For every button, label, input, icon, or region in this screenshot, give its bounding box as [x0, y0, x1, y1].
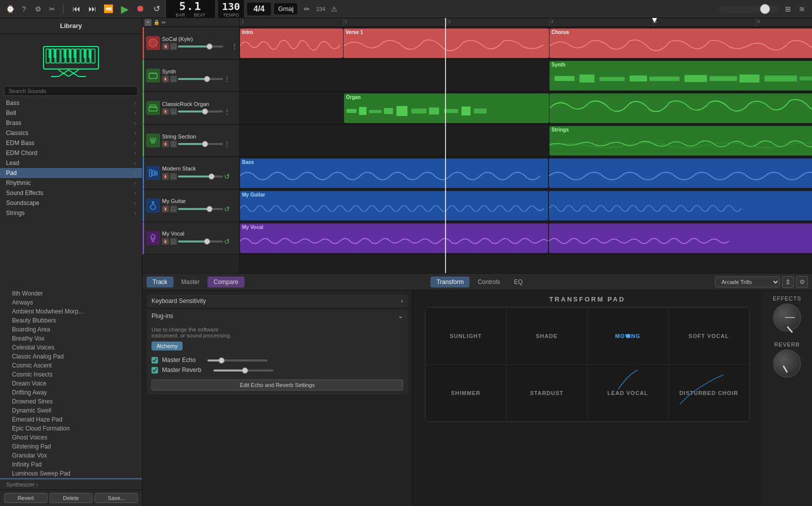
- play-button[interactable]: ▶: [118, 2, 132, 16]
- sound-item[interactable]: Dream Voice: [0, 379, 142, 388]
- cycle-button[interactable]: ↺: [150, 2, 164, 16]
- pad-cell-disturbed-choir[interactable]: DISTURBED CHOIR: [668, 364, 750, 422]
- apple-icon[interactable]: ⌚: [5, 4, 15, 14]
- headphone-button[interactable]: 🎧: [170, 238, 177, 245]
- fast-forward-button[interactable]: ⏭: [86, 2, 100, 16]
- clip-vocal-2[interactable]: My Vocal: [549, 224, 812, 253]
- mute-button[interactable]: 🔇: [162, 140, 169, 148]
- clip-strings[interactable]: Strings: [550, 126, 812, 156]
- reverb-slider[interactable]: [214, 370, 274, 372]
- pad-cell-sunlight[interactable]: SUNLIGHT: [426, 308, 506, 364]
- mute-button[interactable]: 🔇: [162, 43, 169, 50]
- sidebar-item-bell[interactable]: Bell›: [0, 108, 142, 118]
- go-to-start-button[interactable]: ⏪: [102, 2, 116, 16]
- clip-guitar-2[interactable]: My Guitar: [549, 191, 812, 220]
- track-row-drum[interactable]: Intro Verse 1 Chorus: [240, 27, 812, 60]
- clip-synth[interactable]: Synth: [550, 61, 812, 90]
- track-timeline[interactable]: 1 2 3 4 5 6 7 8 Intro: [240, 18, 812, 273]
- pad-cell-stardust[interactable]: STARDUST: [506, 364, 588, 422]
- mute-button[interactable]: 🔇: [162, 76, 169, 82]
- track-options-icon[interactable]: ⋮: [224, 108, 230, 115]
- sound-item[interactable]: Beauty Blubbers: [0, 316, 142, 325]
- pad-cell-lead-vocal[interactable]: LEAD VOCAL: [588, 364, 668, 422]
- track-options-icon[interactable]: ⋮: [224, 140, 230, 148]
- expand-icon[interactable]: ⇔: [162, 20, 166, 25]
- clip-vocal[interactable]: My Vocal: [240, 224, 548, 253]
- synthesizer-link[interactable]: Synthesizer ›: [0, 480, 142, 490]
- tab-eq[interactable]: EQ: [508, 276, 528, 288]
- tab-controls[interactable]: Controls: [472, 276, 506, 288]
- master-echo-checkbox[interactable]: [152, 357, 158, 364]
- mute-button[interactable]: 🔇: [162, 173, 169, 180]
- sound-item[interactable]: Emerald Haze Pad: [0, 415, 142, 424]
- pad-cell-shimmer[interactable]: SHIMMER: [426, 364, 506, 422]
- echo-slider-knob[interactable]: [218, 358, 224, 364]
- sound-item[interactable]: Celestial Voices: [0, 343, 142, 352]
- track-row-synth[interactable]: Synth: [240, 60, 812, 92]
- plugins-header[interactable]: Plug-ins ⌄: [146, 310, 408, 322]
- clip-organ-2[interactable]: [550, 94, 812, 123]
- sound-item[interactable]: Dynamic Swell: [0, 406, 142, 415]
- sound-item[interactable]: Cosmic Ascent: [0, 361, 142, 370]
- sidebar-item-pad[interactable]: Pad›: [0, 168, 142, 178]
- tempo-display[interactable]: 130 TEMPO: [218, 0, 244, 19]
- sound-item[interactable]: Infinity Pad: [0, 460, 142, 469]
- sound-item[interactable]: 8th Wonder: [0, 289, 142, 298]
- preset-selector[interactable]: Arcade Trills: [715, 276, 780, 288]
- sidebar-item-rhythmic[interactable]: Rhythmic›: [0, 178, 142, 188]
- sound-item[interactable]: Ambient Modwheel Morp...: [0, 307, 142, 316]
- sidebar-item-brass[interactable]: Brass›: [0, 118, 142, 128]
- track-row-strings[interactable]: Strings: [240, 124, 812, 157]
- sidebar-item-lead[interactable]: Lead›: [0, 158, 142, 168]
- volume-slider-socal[interactable]: [178, 46, 230, 48]
- sound-item[interactable]: Boarding Area: [0, 325, 142, 334]
- headphone-button[interactable]: 🎧: [170, 140, 177, 148]
- track-row-vocal[interactable]: My Vocal My Vocal: [240, 222, 812, 254]
- track-options-icon[interactable]: ↺: [224, 238, 230, 246]
- sound-item[interactable]: Cosmic Insects: [0, 370, 142, 379]
- mute-button[interactable]: 🔇: [162, 206, 169, 212]
- delete-button[interactable]: Delete: [50, 493, 93, 503]
- sidebar-item-classics[interactable]: Classics›: [0, 128, 142, 138]
- sound-item[interactable]: Glistening Pad: [0, 442, 142, 451]
- headphone-button[interactable]: 🎧: [170, 43, 177, 50]
- sound-item[interactable]: Breathy Vox: [0, 334, 142, 343]
- sidebar-item-edm-bass[interactable]: EDM Bass›: [0, 138, 142, 148]
- track-options-icon[interactable]: ⋮: [232, 43, 238, 50]
- keyboard-sensitivity-header[interactable]: Keyboard Sensitivity ›: [146, 294, 408, 308]
- edit-echo-reverb-button[interactable]: Edit Echo and Reverb Settings: [152, 380, 403, 390]
- sound-item[interactable]: Classic Analog Pad: [0, 352, 142, 361]
- echo-slider[interactable]: [208, 360, 268, 362]
- sidebar-item-soundscape[interactable]: Soundscape›: [0, 198, 142, 208]
- headphone-button[interactable]: 🎧: [170, 108, 177, 115]
- sidebar-item-bass[interactable]: Bass›: [0, 98, 142, 108]
- track-options-icon[interactable]: ⋮: [224, 76, 230, 82]
- clip-chorus[interactable]: Chorus: [550, 28, 812, 58]
- fullscreen-icon[interactable]: ⊞: [783, 4, 793, 14]
- headphone-button[interactable]: 🎧: [170, 76, 177, 82]
- sound-item[interactable]: Granular Vox: [0, 451, 142, 460]
- clip-organ[interactable]: Organ: [344, 94, 549, 123]
- sound-item[interactable]: Airways: [0, 298, 142, 307]
- tab-compare[interactable]: Compare: [208, 276, 244, 288]
- track-row-organ[interactable]: Organ: [240, 92, 812, 124]
- reverb-slider-knob[interactable]: [242, 368, 248, 374]
- transform-pad[interactable]: SUNLIGHT SHADE MOVING SOFT VOCAL SHIMMER…: [425, 307, 750, 422]
- save-button[interactable]: Save...: [94, 493, 138, 503]
- master-reverb-checkbox[interactable]: [152, 367, 158, 374]
- master-volume-slider[interactable]: [719, 6, 779, 12]
- headphone-button[interactable]: 🎧: [170, 173, 177, 180]
- sound-item[interactable]: Luminous Sweep Pad: [0, 469, 142, 478]
- sidebar-item-strings[interactable]: Strings›: [0, 208, 142, 218]
- pad-cell-moving[interactable]: MOVING: [588, 308, 668, 364]
- sound-item[interactable]: Drowned Sines: [0, 397, 142, 406]
- tab-transform[interactable]: Transform: [430, 276, 470, 288]
- master-volume-knob[interactable]: [760, 4, 770, 14]
- rewind-button[interactable]: ⏮: [70, 2, 84, 16]
- mute-button[interactable]: 🔇: [162, 238, 169, 245]
- revert-button[interactable]: Revert: [4, 493, 48, 503]
- clip-intro[interactable]: Intro: [240, 28, 343, 58]
- clip-guitar[interactable]: My Guitar: [240, 191, 548, 220]
- clip-bass-2[interactable]: Bass: [549, 158, 812, 188]
- help-icon[interactable]: ?: [19, 4, 29, 14]
